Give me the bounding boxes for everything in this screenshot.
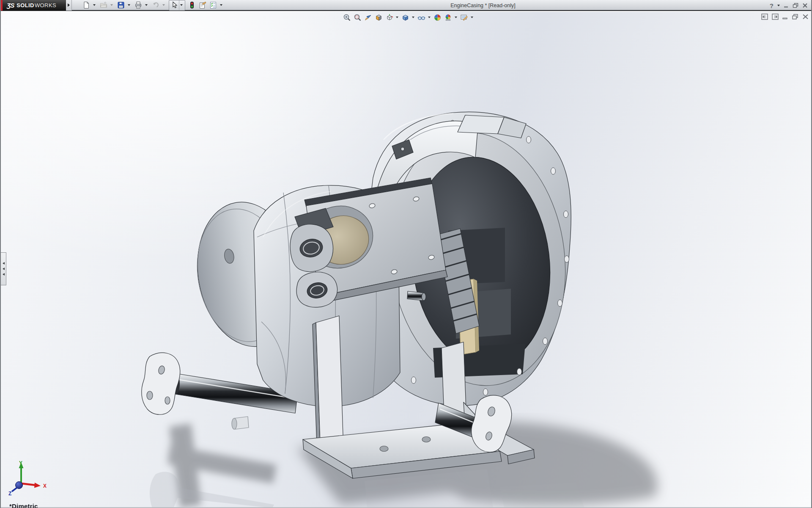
chevron-down-icon: [777, 5, 780, 6]
apply-scene-dropdown[interactable]: [454, 13, 458, 22]
options-button[interactable]: [208, 0, 218, 10]
hide-show-items-button[interactable]: [417, 13, 426, 22]
new-document-button[interactable]: [81, 0, 91, 10]
feature-manager-collapsed-tab[interactable]: [1, 252, 6, 285]
display-style-dropdown[interactable]: [411, 13, 415, 22]
close-button[interactable]: [802, 3, 808, 8]
printer-icon: [134, 1, 142, 9]
new-document-icon: [82, 1, 90, 9]
collapse-arrow-icon: [3, 273, 5, 276]
section-view-icon: [375, 14, 383, 22]
view-orientation-label: *Dimetric: [9, 502, 38, 508]
view-settings-icon: [460, 14, 468, 22]
save-floppy-icon: [117, 1, 125, 9]
window-title: EngineCasing * [Read-only]: [450, 3, 516, 8]
undo-dropdown[interactable]: [161, 0, 166, 10]
view-settings-dropdown[interactable]: [470, 13, 474, 22]
restore-button[interactable]: [793, 3, 798, 8]
show-left-pane-button[interactable]: [761, 14, 768, 20]
model-canvas[interactable]: [1, 12, 811, 508]
chevron-down-icon: [128, 4, 130, 6]
options-dropdown[interactable]: [219, 0, 223, 10]
select-cursor-icon: [170, 1, 178, 9]
display-style-button[interactable]: [401, 13, 410, 22]
zoom-to-fit-icon: [343, 14, 351, 22]
chevron-down-icon: [455, 17, 457, 18]
chevron-down-icon: [220, 4, 222, 6]
restore-document-button[interactable]: [792, 14, 798, 20]
chevron-down-icon: [93, 4, 96, 6]
left-gasket-brackets: [290, 208, 337, 307]
help-dropdown[interactable]: [777, 5, 780, 6]
previous-view-icon: [364, 14, 372, 22]
collapse-arrow-icon: [3, 262, 5, 265]
select-tool-group: [169, 0, 185, 11]
orientation-triad: Y X Z: [5, 460, 52, 495]
minimize-icon: [784, 3, 789, 8]
solidworks-logo-glyph: ƷS: [7, 2, 14, 9]
solidworks-logo-bold: SOLID: [16, 2, 34, 8]
edit-appearance-button[interactable]: [433, 13, 442, 22]
titlebar: ƷS SOLID WORKS: [1, 0, 811, 11]
view-orientation-button[interactable]: [384, 13, 394, 22]
open-button[interactable]: [99, 0, 108, 10]
new-document-dropdown[interactable]: [92, 0, 96, 10]
close-icon: [802, 14, 809, 19]
file-properties-button[interactable]: [198, 0, 207, 10]
left-pane-icon: [761, 14, 768, 20]
headsup-view-toolbar: [342, 13, 474, 22]
open-folder-icon: [100, 1, 107, 9]
solidworks-logo-light: WORKS: [35, 2, 56, 8]
close-icon: [802, 3, 808, 8]
display-style-icon: [401, 14, 409, 22]
zoom-to-fit-button[interactable]: [342, 13, 351, 22]
document-window-controls: [761, 14, 809, 20]
options-checklist-icon: [209, 1, 217, 9]
file-properties-icon: [199, 1, 206, 9]
restore-icon: [792, 14, 798, 20]
select-button[interactable]: [169, 0, 179, 10]
section-view-button[interactable]: [374, 13, 383, 22]
restore-icon: [793, 3, 798, 8]
solidworks-window: ƷS SOLID WORKS: [0, 0, 812, 508]
view-settings-button[interactable]: [459, 13, 469, 22]
main-toolbar: [81, 0, 225, 11]
select-dropdown[interactable]: [179, 0, 184, 10]
undo-button[interactable]: [151, 0, 160, 10]
undo-arrow-icon: [152, 1, 159, 9]
print-dropdown[interactable]: [144, 0, 148, 10]
previous-view-button[interactable]: [363, 13, 373, 22]
chevron-down-icon: [110, 4, 113, 6]
hide-show-items-dropdown[interactable]: [427, 13, 431, 22]
apply-scene-button[interactable]: [443, 13, 453, 22]
zoom-to-area-button[interactable]: [353, 13, 362, 22]
collapse-arrow-icon: [3, 268, 5, 270]
help-button[interactable]: ?: [770, 2, 774, 9]
right-pane-icon: [772, 14, 779, 20]
left-axle-flange: [142, 353, 180, 414]
open-dropdown[interactable]: [109, 0, 114, 10]
view-orientation-dropdown[interactable]: [395, 13, 399, 22]
show-right-pane-button[interactable]: [772, 14, 779, 20]
graphics-viewport[interactable]: Y X Z *Dimetric: [1, 12, 811, 508]
triad-y-label: Y: [19, 460, 22, 466]
minimize-document-button[interactable]: [782, 14, 788, 19]
traffic-light-icon: [188, 1, 196, 9]
apply-scene-icon: [444, 14, 452, 22]
chevron-down-icon: [428, 17, 431, 18]
chevron-down-icon: [180, 4, 183, 6]
close-document-button[interactable]: [802, 14, 809, 19]
print-button[interactable]: [133, 0, 143, 10]
traffic-light-button[interactable]: [187, 0, 197, 10]
triad-z-label: Z: [8, 491, 11, 495]
minimize-button[interactable]: [784, 3, 789, 8]
menu-flyout-button[interactable]: [66, 0, 72, 11]
save-dropdown[interactable]: [126, 0, 131, 10]
save-button[interactable]: [116, 0, 126, 10]
chevron-down-icon: [396, 17, 398, 18]
window-controls: ?: [770, 0, 808, 11]
chevron-down-icon: [412, 17, 414, 18]
stud-bolt: [407, 291, 426, 301]
minimize-icon: [782, 14, 788, 19]
solidworks-logo: ƷS SOLID WORKS: [3, 0, 66, 11]
